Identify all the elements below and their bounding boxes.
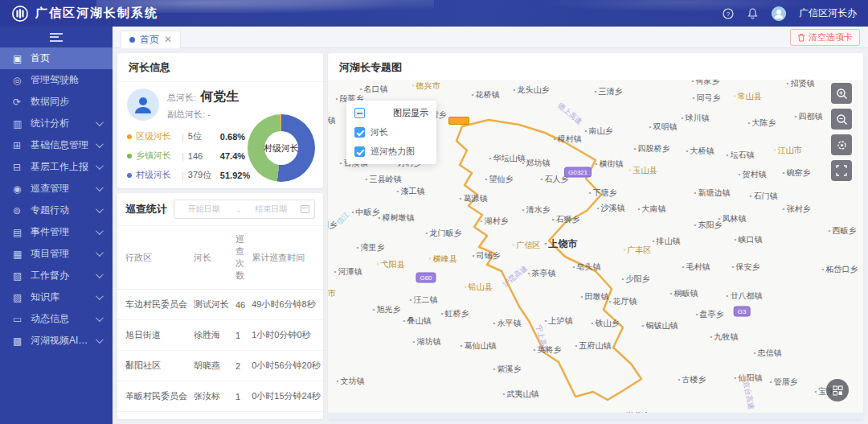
- zoom-in-button[interactable]: [831, 83, 852, 104]
- deputy-label: 副总河长:: [167, 109, 205, 119]
- map-town-label: 东阳乡: [694, 220, 723, 231]
- patrol-panel-title: 巡查统计: [125, 202, 167, 216]
- sidebar-item[interactable]: ▦ 项目管理: [0, 243, 113, 265]
- sidebar-item[interactable]: ⟳ 数据同步: [0, 91, 113, 113]
- chevron-down-icon: [96, 335, 104, 344]
- fullscreen-button[interactable]: [831, 160, 852, 181]
- map-town-label: 三清乡: [595, 86, 623, 97]
- sidebar-item[interactable]: ▨ 知识库: [0, 286, 113, 308]
- map-town-label: 湾里乡: [357, 242, 385, 253]
- map-town-label: 郑坊镇: [522, 158, 551, 169]
- user-avatar[interactable]: [772, 6, 786, 21]
- sidebar-item[interactable]: ◎ 管理驾驶舱: [0, 69, 113, 91]
- help-icon[interactable]: ?: [722, 7, 734, 19]
- sidebar-item[interactable]: ◉ 巡查管理: [0, 178, 113, 200]
- sidebar-item[interactable]: ▥ 统计分析: [0, 113, 113, 134]
- col-header-chief: 河长: [190, 226, 232, 290]
- sidebar-item-label: 项目管理: [31, 247, 96, 261]
- sidebar-item[interactable]: ⊟ 基层工作上报: [0, 156, 113, 178]
- sidebar-item-label: 管理驾驶舱: [31, 73, 104, 87]
- date-range-arrow: →: [234, 205, 242, 214]
- map-town-label: 樟村镇: [554, 134, 582, 145]
- clear-tabs-button[interactable]: 清空选项卡: [790, 29, 860, 46]
- sidebar-collapse-button[interactable]: [0, 27, 113, 47]
- map-town-label: 玉山县: [629, 165, 657, 176]
- cell-chief: 胡晓燕: [190, 351, 232, 381]
- sidebar-item[interactable]: ⊞ 基础信息管理: [0, 134, 113, 156]
- end-date-placeholder: 结束日期: [247, 204, 297, 215]
- sidebar-item[interactable]: ⊚ 专题行动: [0, 200, 113, 221]
- map-town-label: 峡口镇: [735, 234, 763, 245]
- map-town-label: 德兴市: [412, 80, 440, 92]
- cell-count: 1: [232, 381, 248, 412]
- cell-area: 革畈村民委员会: [117, 381, 190, 412]
- map-town-label: 茶亭镇: [528, 268, 556, 279]
- road-shield-badge: G0321: [564, 167, 592, 178]
- sidebar-item-label: 基础信息管理: [31, 138, 96, 152]
- map-town-label: 河潭镇: [334, 266, 362, 278]
- map-town-label: 湖村乡: [481, 216, 509, 227]
- sidebar-item-label: 工作督办: [31, 269, 96, 282]
- legend-percent: 0.68%: [220, 132, 245, 142]
- sidebar-menu: ▣ 首页 ◎ 管理驾驶舱 ⟳ 数据同步 ▥ 统计分析: [0, 47, 113, 352]
- chief-info-panel: 河长信息 总河长: 何党生 副总河长: -: [117, 53, 323, 188]
- minimap-toggle-button[interactable]: [826, 379, 849, 401]
- sidebar-item[interactable]: ▩ 河湖视频AI管理: [0, 330, 113, 352]
- cell-time: 0小时56分钟20秒: [248, 351, 323, 381]
- map-town-label: 贵溪市: [328, 288, 335, 299]
- map-town-label: 皂头镇: [573, 261, 601, 273]
- map-town-label: 张村乡: [783, 204, 811, 215]
- sidebar-item[interactable]: ▧ 工作督办: [0, 265, 113, 286]
- legend-label: 村级河长: [136, 169, 178, 181]
- cell-chief: 张汝标: [190, 381, 232, 412]
- map-canvas[interactable]: 名口镇 花桥镇 龙头山乡 段莘乡 张村乡 樟村镇 曹溪镇 万村乡 三县岭镇: [328, 80, 863, 413]
- zoom-out-button[interactable]: [831, 109, 852, 130]
- map-town-label: 铜钹山镇: [642, 320, 678, 331]
- chief-donut-center-label: 村级河长: [248, 114, 315, 182]
- layer-popup: 图层显示 河长 巡河热力图: [346, 101, 436, 164]
- map-scroll-strip: [328, 413, 863, 419]
- sidebar-item-icon: ▭: [13, 314, 24, 325]
- legend-count: 5位: [188, 130, 220, 142]
- map-town-label: 龙门畈乡: [426, 228, 462, 239]
- cell-area: 车边村民委员会: [117, 290, 190, 320]
- sidebar-item-label: 事件管理: [31, 225, 96, 239]
- tab-home[interactable]: 首页 ✕: [121, 31, 181, 48]
- user-name: 广信区河长办: [799, 6, 857, 20]
- map-town-label: 樟树墩镇: [379, 212, 415, 224]
- map-town-label: 沙溪镇: [597, 203, 625, 214]
- legend-label: 区级河长: [136, 130, 178, 142]
- date-range-input[interactable]: 开始日期 → 结束日期: [174, 200, 315, 219]
- layer-checkbox[interactable]: [354, 127, 365, 138]
- map-town-label: 花厅镇: [609, 296, 637, 307]
- sidebar-item-label: 知识库: [31, 290, 96, 304]
- sidebar-item[interactable]: ▣ 首页: [0, 47, 113, 69]
- locate-button[interactable]: [831, 134, 852, 155]
- sidebar-item-label: 河湖视频AI管理: [31, 334, 96, 348]
- sidebar-item[interactable]: ▤ 事件管理: [0, 221, 113, 243]
- map-town-label: 广信区: [513, 240, 541, 251]
- layer-checkbox[interactable]: [354, 146, 365, 157]
- map-panel-title: 河湖长专题图: [328, 53, 863, 82]
- map-town-label: 下塘乡: [589, 187, 617, 199]
- bell-icon[interactable]: [747, 7, 759, 19]
- map-town-label: 广丰区: [624, 245, 652, 256]
- chief-label: 总河长:: [167, 93, 196, 102]
- sidebar-item[interactable]: ▭ 动态信息: [0, 308, 113, 330]
- sidebar-item-icon: ◎: [13, 75, 24, 86]
- cell-time: 49小时6分钟8秒: [248, 290, 323, 320]
- chevron-down-icon: [96, 292, 104, 300]
- map-panel: 河湖长专题图 名口镇 花桥镇 龙头山乡 段莘乡 张村乡 樟村镇: [328, 53, 863, 419]
- map-controls: [831, 83, 852, 181]
- tab-close-icon[interactable]: ✕: [164, 34, 172, 45]
- cell-time: 0小时8分钟7秒: [248, 412, 323, 420]
- sidebar-item-label: 动态信息: [31, 312, 96, 326]
- map-town-label: 中畈乡: [352, 207, 380, 218]
- select-all-layers-checkbox[interactable]: [354, 108, 365, 118]
- sidebar-item-label: 统计分析: [31, 117, 96, 130]
- table-row: 鄱阳社区 胡晓燕 2 0小时56分钟20秒: [117, 351, 323, 381]
- layer-row: 河长: [354, 126, 428, 138]
- map-town-label: 铁山乡: [592, 318, 620, 329]
- chevron-down-icon: [96, 227, 104, 235]
- sidebar-item-label: 数据同步: [31, 95, 104, 109]
